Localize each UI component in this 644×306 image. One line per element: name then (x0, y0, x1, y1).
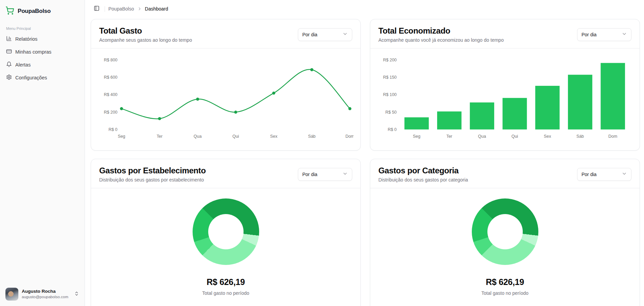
donut-chart-categoria (472, 198, 538, 265)
period-select[interactable]: Por dia (298, 168, 352, 181)
breadcrumb-current: Dashboard (145, 6, 168, 12)
svg-text:R$ 800: R$ 800 (104, 58, 118, 62)
svg-text:R$ 100: R$ 100 (383, 92, 397, 97)
svg-text:Dom: Dom (608, 134, 617, 139)
svg-text:R$ 200: R$ 200 (383, 58, 397, 62)
card-title: Gastos por Categoria (378, 166, 468, 175)
svg-text:Sex: Sex (270, 134, 278, 139)
sidebar-item-label: Configurações (15, 75, 47, 80)
sidebar-nav: Relatórios Minhas compras Alertas (3, 33, 81, 83)
app-name: PoupaBolso (18, 8, 51, 15)
svg-text:Seg: Seg (413, 134, 420, 139)
card-title: Total Economizado (378, 26, 504, 36)
sidebar-item-label: Relatórios (15, 36, 37, 42)
card-subtitle: Distribuição dos seus gastos por categor… (378, 177, 468, 183)
sidebar-item-configuracoes[interactable]: Configurações (3, 72, 81, 83)
user-avatar (5, 288, 18, 301)
sidebar-toggle-button[interactable] (92, 4, 101, 14)
svg-text:Ter: Ter (446, 134, 452, 139)
topbar: PoupaBolso Dashboard (85, 0, 644, 18)
card-title: Gastos por Estabelecimento (99, 166, 206, 175)
card-gastos-estabelecimento: Gastos por Estabelecimento Distribuição … (91, 159, 361, 306)
sidebar-item-alertas[interactable]: Alertas (3, 59, 81, 71)
sidebar-item-label: Minhas compras (15, 49, 51, 55)
svg-text:R$ 150: R$ 150 (383, 75, 397, 80)
period-select[interactable]: Por dia (577, 28, 631, 41)
svg-text:Qua: Qua (478, 134, 486, 139)
svg-text:Ter: Ter (157, 134, 162, 139)
user-name: Augusto Rocha (22, 289, 71, 294)
donut-total-caption: Total gasto no período (481, 290, 529, 296)
svg-text:Seg: Seg (118, 134, 125, 139)
sidebar: PoupaBolso Menu Principal Relatórios Min… (0, 0, 85, 306)
period-select[interactable]: Por dia (298, 28, 352, 41)
donut-chart-estabelecimento (193, 198, 259, 265)
svg-text:Sex: Sex (544, 134, 551, 139)
card-gastos-categoria: Gastos por Categoria Distribuição dos se… (370, 159, 640, 306)
donut-total-caption: Total gasto no período (202, 290, 249, 296)
donut-total-value: R$ 626,19 (207, 277, 245, 287)
svg-text:R$ 200: R$ 200 (104, 110, 118, 115)
svg-text:R$ 400: R$ 400 (104, 92, 118, 97)
svg-text:Qui: Qui (232, 134, 239, 139)
user-menu-button[interactable]: Augusto Rocha augusto@poupabolso.com (3, 285, 81, 303)
topbar-divider (105, 6, 105, 12)
user-email: augusto@poupabolso.com (22, 294, 71, 299)
svg-text:R$ 0: R$ 0 (388, 127, 396, 132)
chevron-down-icon (622, 31, 627, 38)
app-logo[interactable]: PoupaBolso (3, 3, 81, 19)
svg-text:Qua: Qua (194, 134, 202, 139)
credit-card-icon (6, 49, 12, 55)
shopping-cart-icon (5, 6, 14, 16)
period-select[interactable]: Por dia (577, 168, 631, 181)
svg-text:Sáb: Sáb (308, 134, 316, 139)
svg-text:Sáb: Sáb (576, 134, 584, 139)
card-total-economizado: Total Economizado Acompanhe quanto você … (370, 19, 640, 151)
svg-text:R$ 0: R$ 0 (108, 127, 117, 132)
bar-chart-total-economizado: R$ 0R$ 50R$ 100R$ 150R$ 200SegTerQuaQuiS… (377, 51, 633, 146)
breadcrumb: PoupaBolso Dashboard (108, 6, 168, 12)
svg-text:Dom: Dom (345, 134, 354, 139)
sidebar-section-label: Menu Principal (3, 26, 81, 31)
card-subtitle: Acompanhe quanto você já economizou ao l… (378, 37, 504, 43)
dashboard-grid: Total Gasto Acompanhe seus gastos ao lon… (85, 18, 644, 306)
chevron-right-icon (137, 6, 142, 11)
chevrons-up-down-icon (74, 291, 79, 298)
svg-text:R$ 50: R$ 50 (386, 110, 397, 115)
settings-icon (6, 74, 12, 81)
main-area: PoupaBolso Dashboard Total Gasto Acompan… (85, 0, 644, 306)
chevron-down-icon (342, 31, 348, 38)
card-subtitle: Distribuição dos seus gastos por estabel… (99, 177, 206, 183)
sidebar-item-relatorios[interactable]: Relatórios (3, 33, 81, 45)
panel-left-icon (94, 5, 100, 12)
sidebar-item-minhas-compras[interactable]: Minhas compras (3, 46, 81, 58)
line-chart-total-gasto: R$ 0R$ 200R$ 400R$ 600R$ 800SegTerQuaQui… (98, 51, 354, 146)
chevron-down-icon (342, 171, 348, 177)
svg-text:Qui: Qui (512, 134, 518, 139)
breadcrumb-root[interactable]: PoupaBolso (108, 6, 134, 12)
chevron-down-icon (622, 171, 627, 177)
bell-icon (6, 61, 12, 68)
sidebar-item-label: Alertas (15, 62, 31, 68)
chart-column-icon (6, 36, 12, 42)
svg-text:R$ 600: R$ 600 (104, 75, 118, 80)
card-title: Total Gasto (99, 26, 192, 36)
donut-total-value: R$ 626,19 (486, 277, 524, 287)
card-total-gasto: Total Gasto Acompanhe seus gastos ao lon… (91, 19, 361, 151)
card-subtitle: Acompanhe seus gastos ao longo do tempo (99, 37, 192, 43)
